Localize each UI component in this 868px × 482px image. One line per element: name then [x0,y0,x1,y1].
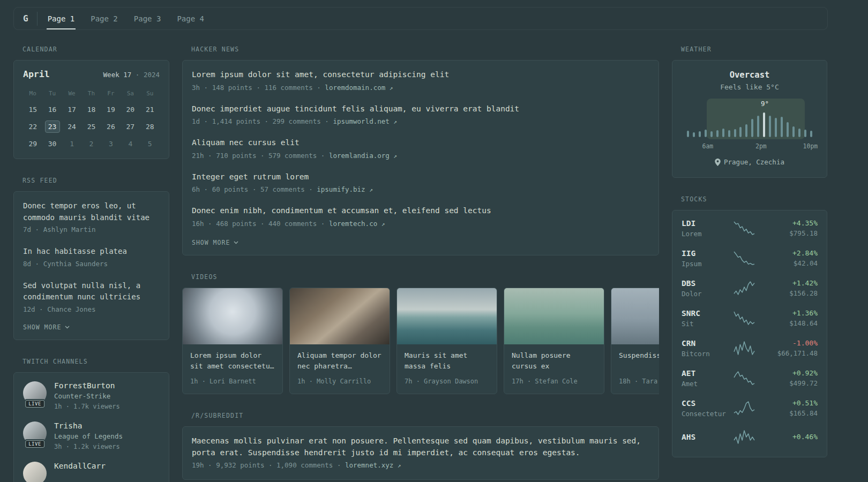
stock-name: Ipsum [682,260,727,268]
stock-price: $148.64 [762,319,818,327]
weather-bar [687,131,689,137]
stock-info: DBSDolor [682,279,727,298]
subreddit-meta: 19h · 9,932 points · 1,090 comments · lo… [192,461,649,471]
video-info: Nullam posuere cursus ex17h · Stefan Col… [504,344,604,394]
stock-change: +1.42% [762,279,818,287]
stock-values: +2.84%$42.04 [762,249,818,267]
stocks-section: STOCKS LDILorem+4.35%$795.18IIGIpsum+2.8… [672,195,827,457]
hn-domain-link[interactable]: ipsumify.biz ↗ [317,185,372,193]
rss-show-more-button[interactable]: SHOW MORE [23,322,70,331]
calendar-day: 26 [103,120,118,133]
hackernews-list: Lorem ipsum dolor sit amet, consectetur … [192,69,649,229]
twitch-game[interactable]: Counter-Strike [54,392,120,400]
weather-bar [745,124,747,137]
calendar-day-selected: 23 [45,120,60,133]
stock-symbol[interactable]: IIG [682,249,727,258]
stock-info: CCSConsectetur [682,399,727,418]
stock-symbol[interactable]: SNRC [682,309,727,318]
video-card[interactable]: Lorem ipsum dolor sit amet consectetu…1h… [182,288,283,394]
calendar-day: 2 [84,138,99,150]
subreddit-domain-link[interactable]: loremnet.xyz ↗ [345,461,401,469]
hn-meta: 3h · 148 points · 116 comments · loremdo… [192,83,649,93]
weather-bar [757,116,759,137]
video-meta: 7h · Grayson Dawson [405,376,489,386]
video-thumbnail [504,288,604,344]
stock-change: +1.36% [762,309,818,317]
calendar-day: 21 [143,103,158,116]
stock-info: AETAmet [682,369,727,388]
stock-symbol[interactable]: CRN [682,339,727,348]
weather-bar [804,130,806,137]
hn-domain-link[interactable]: loremlandia.org ↗ [329,152,397,160]
video-title: Suspendisse diam [619,350,659,372]
video-meta: 1h · Lori Barnett [190,376,275,386]
weather-bar [798,129,800,137]
video-info: Suspendisse diam18h · Tara [611,344,659,394]
hn-title[interactable]: Lorem ipsum dolor sit amet, consectetur … [192,69,649,81]
hn-title[interactable]: Donec imperdiet augue tincidunt felis al… [192,103,649,115]
hackernews-show-more-button[interactable]: SHOW MORE [192,238,238,246]
hn-item: Donec imperdiet augue tincidunt felis al… [192,103,649,127]
stock-symbol[interactable]: DBS [682,279,727,288]
rss-item-meta: 12d · Chance Jones [23,305,160,315]
stock-change: +0.51% [762,399,818,407]
calendar-day: 18 [84,103,99,116]
app-logo[interactable]: G [22,13,28,24]
hn-title[interactable]: Aliquam nec cursus elit [192,137,649,149]
hn-domain-link[interactable]: loremdomain.com ↗ [325,84,393,92]
weather-bar [763,112,765,137]
video-card[interactable]: Mauris sit amet massa felis7h · Grayson … [396,288,497,394]
calendar-day: 22 [25,120,40,133]
stock-symbol[interactable]: LDI [682,219,727,228]
rss-item-title[interactable]: In hac habitasse platea [23,246,160,258]
weather-location: Prague, Czechia [715,158,784,166]
stock-row: IIGIpsum+2.84%$42.04 [682,249,818,268]
tab-page-3[interactable]: Page 3 [133,7,162,29]
tab-page-1[interactable]: Page 1 [47,7,76,29]
weather-bar [734,129,736,137]
stock-name: Lorem [682,230,727,238]
tab-page-4[interactable]: Page 4 [176,7,205,29]
stock-info: IIGIpsum [682,249,727,268]
calendar-day: 1 [64,138,79,150]
stock-sparkline [727,340,762,356]
calendar-day-header: Mo [29,88,36,99]
hn-domain-link[interactable]: ipsumworld.net ↗ [333,117,397,125]
weather-time-label: 10pm [803,142,818,150]
stock-values: +0.51%$165.84 [762,399,818,417]
stock-row: DBSDolor+1.42%$156.28 [682,279,818,298]
section-title-videos: VIDEOS [191,273,659,281]
stock-row: CRNBitcorn-1.00%$66,171.48 [682,339,818,358]
weather-bar [781,117,783,137]
video-card[interactable]: Nullam posuere cursus ex17h · Stefan Col… [504,288,604,394]
twitch-channel-name[interactable]: ForrestBurton [54,381,120,390]
weather-bar [792,126,795,137]
calendar-day: 16 [45,103,60,116]
calendar-day-header: Sa [127,88,134,99]
hn-domain-link[interactable]: loremtech.co ↗ [329,220,385,228]
hackernews-section: HACKER NEWS Lorem ipsum dolor sit amet, … [182,46,659,255]
section-title-weather: WEATHER [681,46,827,53]
twitch-channel-name[interactable]: Trisha [54,421,123,430]
rss-item-title[interactable]: Sed volutpat nulla nisl, a condimentum n… [23,280,160,303]
twitch-channel-name[interactable]: KendallCarr [54,462,106,470]
stock-symbol[interactable]: AET [682,369,727,378]
hn-title[interactable]: Integer eget rutrum lorem [192,171,649,183]
video-card[interactable]: Suspendisse diam18h · Tara [611,288,659,394]
calendar-card: April Week 17 · 2024 MoTuWeThFrSaSu15161… [13,60,169,159]
stock-symbol[interactable]: AHS [682,433,727,441]
stock-values: +0.46% [762,433,818,441]
rss-item-title[interactable]: Donec tempor eros leo, ut commodo mauris… [23,200,160,223]
calendar-day: 5 [143,138,158,150]
calendar-day: 3 [103,138,118,150]
stock-symbol[interactable]: CCS [682,399,727,408]
calendar-day: 20 [123,103,138,116]
twitch-game[interactable]: League of Legends [54,432,123,440]
tab-page-2[interactable]: Page 2 [89,7,119,29]
stock-name: Dolor [682,290,727,298]
subreddit-title[interactable]: Maecenas mollis pulvinar erat non posuer… [192,435,649,459]
hn-title[interactable]: Donec enim nibh, condimentum et accumsan… [192,205,649,217]
video-card[interactable]: Aliquam tempor dolor nec pharetra…1h · M… [289,288,390,394]
calendar-grid: MoTuWeThFrSaSu15161718192021222324252627… [23,88,160,150]
hn-item: Aliquam nec cursus elit21h · 710 points … [192,137,649,161]
